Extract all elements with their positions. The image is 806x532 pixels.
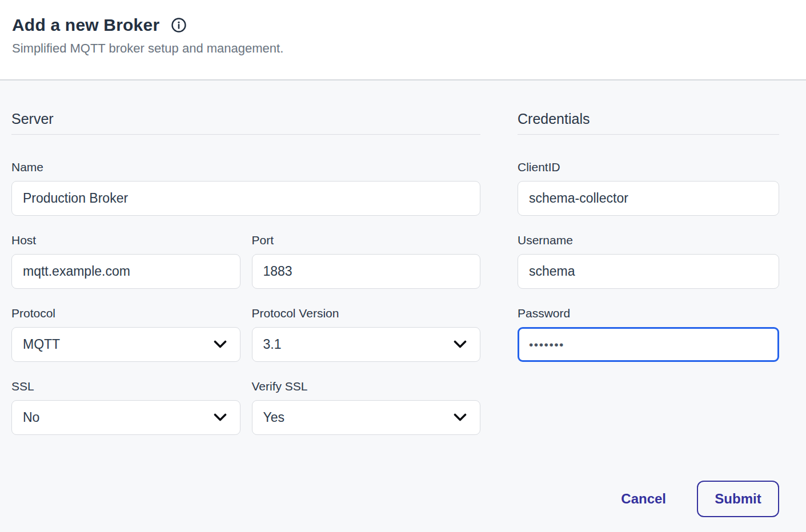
protocol-label: Protocol: [11, 307, 240, 320]
protocol-field-group: Protocol MQTT: [11, 307, 240, 362]
section-divider: [11, 134, 480, 135]
server-section: Server Name Host Port Protocol MQTT: [11, 110, 480, 517]
verify-ssl-selected-value: Yes: [263, 410, 285, 425]
section-divider: [518, 134, 779, 135]
credentials-section: Credentials ClientID Username Password C…: [518, 110, 779, 517]
host-input[interactable]: [11, 254, 240, 289]
verify-ssl-field-group: Verify SSL Yes: [252, 380, 481, 435]
client-id-input[interactable]: [518, 181, 779, 216]
password-label: Password: [518, 307, 779, 320]
protocol-selected-value: MQTT: [23, 337, 60, 352]
client-id-label: ClientID: [518, 160, 779, 174]
ssl-label: SSL: [11, 380, 240, 393]
page-header: Add a new Broker Simplified MQTT broker …: [0, 0, 806, 80]
credentials-section-heading: Credentials: [518, 110, 779, 127]
protocol-version-select[interactable]: 3.1: [252, 327, 481, 362]
cancel-button[interactable]: Cancel: [621, 491, 666, 507]
chevron-down-icon: [454, 413, 467, 422]
protocol-version-field-group: Protocol Version 3.1: [252, 307, 481, 362]
verify-ssl-select[interactable]: Yes: [252, 400, 481, 435]
chevron-down-icon: [214, 340, 227, 349]
protocol-version-label: Protocol Version: [252, 307, 481, 320]
name-label: Name: [11, 160, 480, 174]
protocol-version-selected-value: 3.1: [263, 337, 282, 352]
username-field-group: Username: [518, 233, 779, 289]
page-subtitle: Simplified MQTT broker setup and managem…: [12, 41, 806, 56]
chevron-down-icon: [454, 340, 467, 349]
verify-ssl-label: Verify SSL: [252, 380, 481, 393]
port-label: Port: [252, 233, 481, 247]
username-input[interactable]: [518, 254, 779, 289]
ssl-field-group: SSL No: [11, 380, 240, 435]
name-field-group: Name: [11, 160, 480, 216]
username-label: Username: [518, 233, 779, 247]
ssl-select[interactable]: No: [11, 400, 240, 435]
client-id-field-group: ClientID: [518, 160, 779, 216]
server-section-heading: Server: [11, 110, 480, 127]
port-field-group: Port: [252, 233, 481, 289]
broker-form: Server Name Host Port Protocol MQTT: [0, 80, 806, 517]
host-field-group: Host: [11, 233, 240, 289]
ssl-selected-value: No: [23, 410, 39, 425]
protocol-select[interactable]: MQTT: [11, 327, 240, 362]
password-input[interactable]: [518, 327, 779, 362]
password-field-group: Password: [518, 307, 779, 362]
page-title: Add a new Broker: [12, 15, 159, 35]
form-actions: Cancel Submit: [518, 481, 779, 517]
info-icon[interactable]: [171, 17, 187, 33]
chevron-down-icon: [214, 413, 227, 422]
host-label: Host: [11, 233, 240, 247]
port-input[interactable]: [252, 254, 481, 289]
name-input[interactable]: [11, 181, 480, 216]
submit-button[interactable]: Submit: [697, 481, 779, 517]
